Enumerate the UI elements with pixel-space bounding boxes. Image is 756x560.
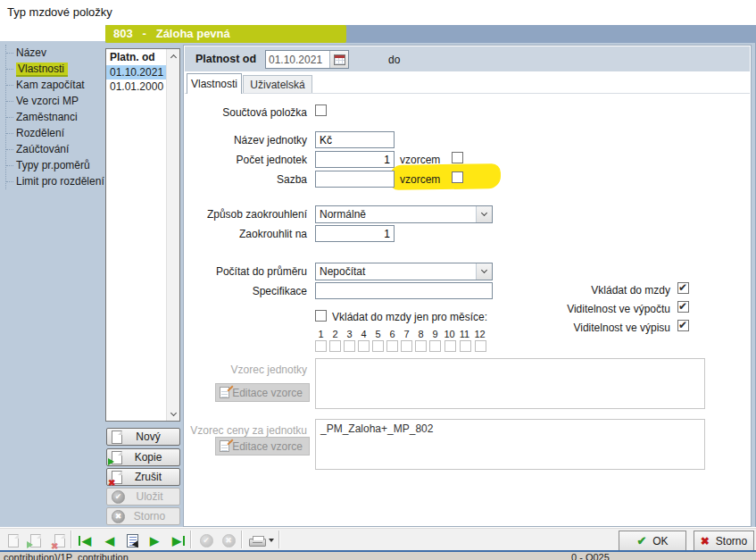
dropdown-button[interactable] bbox=[476, 263, 492, 280]
scroll-down-button[interactable] bbox=[167, 407, 179, 421]
editace-vzorce-ceny-button[interactable]: Editace vzorce bbox=[215, 437, 310, 456]
tab-vlastnosti[interactable]: Vlastnosti bbox=[187, 73, 242, 94]
button-label: OK bbox=[652, 535, 668, 547]
sidebar-item-label: Vlastnosti bbox=[16, 63, 68, 75]
toolbar-copy-button[interactable] bbox=[26, 531, 46, 549]
sidebar-item-typy-pomeru[interactable]: Typy pr.poměrů bbox=[6, 157, 104, 173]
delete-record-button[interactable]: Zrušit bbox=[106, 468, 180, 486]
new-page-icon bbox=[112, 430, 122, 444]
sidebar-item-kam-zapocitat[interactable]: Kam započítat bbox=[6, 77, 104, 93]
tab-uzivatelska[interactable]: Uživatelská bbox=[243, 75, 312, 94]
chevron-down-icon bbox=[170, 409, 176, 415]
specifikace-input[interactable] bbox=[315, 282, 493, 299]
zpusob-zaokrouhleni-select[interactable]: Normálně bbox=[315, 205, 493, 223]
browse-records-button[interactable] bbox=[122, 531, 142, 549]
sidebar-item-rozdeleni[interactable]: Rozdělení bbox=[6, 125, 104, 141]
sidebar-item-label: Zaměstnanci bbox=[16, 111, 78, 123]
print-menu-button[interactable] bbox=[266, 531, 277, 549]
wage-item-type-window: Typ mzdové položky 803 - Záloha pevná Ná… bbox=[0, 0, 756, 560]
month-checkbox-6[interactable] bbox=[386, 340, 398, 352]
copy-record-button[interactable]: Kopie bbox=[106, 448, 180, 466]
toolbar-delete-button[interactable] bbox=[50, 531, 70, 549]
month-checkbox-9[interactable] bbox=[429, 340, 441, 352]
validity-from-input[interactable] bbox=[266, 51, 329, 68]
month-checkbox-1[interactable] bbox=[315, 340, 327, 352]
first-record-button[interactable] bbox=[77, 531, 96, 549]
new-page-icon bbox=[8, 534, 19, 547]
sazba-vzorcem-checkbox[interactable] bbox=[452, 171, 463, 183]
dropdown-button[interactable] bbox=[476, 206, 492, 222]
sidebar-item-ve-vzorci-mp[interactable]: Ve vzorci MP bbox=[6, 93, 104, 109]
month-checkbox-5[interactable] bbox=[372, 340, 384, 352]
tab-divider-cover bbox=[187, 93, 241, 94]
history-scrollbar[interactable] bbox=[166, 49, 179, 421]
viditelnost-vypisu-checkbox[interactable] bbox=[677, 320, 689, 331]
chevron-down-icon bbox=[481, 267, 487, 273]
selected-value: Normálně bbox=[316, 206, 476, 222]
sidebar-item-zauctovani[interactable]: Zaúčtování bbox=[6, 141, 104, 157]
toolbar-confirm-button[interactable] bbox=[196, 531, 216, 549]
green-check-icon bbox=[636, 534, 646, 547]
save-circle-check-icon bbox=[112, 490, 125, 504]
souctova-label: Součtová položka bbox=[222, 106, 307, 119]
scroll-up-button[interactable] bbox=[167, 49, 179, 63]
vzorec-ceny-textarea[interactable]: _PM_Zaloha+_MP_802 bbox=[315, 419, 705, 470]
sidebar-item-nazev[interactable]: Název bbox=[6, 45, 104, 61]
viditelnost-vypoctu-checkbox[interactable] bbox=[677, 301, 689, 313]
specifikace-label: Specifikace bbox=[253, 285, 307, 297]
cancel-circle-icon bbox=[222, 534, 236, 547]
calendar-button[interactable] bbox=[329, 51, 348, 68]
month-checkbox-8[interactable] bbox=[415, 340, 427, 352]
cancel-record-button[interactable]: Storno bbox=[106, 507, 180, 525]
month-checkbox-7[interactable] bbox=[401, 340, 412, 352]
vzorec-ceny-label: Vzorec ceny za jednotku bbox=[190, 424, 307, 437]
month-number: 9 bbox=[428, 329, 442, 339]
zaokrouhlit-na-input[interactable] bbox=[315, 225, 395, 242]
month-number: 2 bbox=[328, 329, 342, 339]
souctova-checkbox[interactable] bbox=[315, 104, 327, 116]
mesice-label: Vkládat do mzdy jen pro měsíce: bbox=[332, 311, 487, 323]
status-text-right: 0 - O025 bbox=[571, 552, 610, 560]
pocitat-do-prumeru-select[interactable]: Nepočítat bbox=[315, 263, 493, 280]
save-record-button[interactable]: Uložit bbox=[106, 488, 180, 506]
sidebar-nav: Název Vlastnosti Kam započítat Ve vzorci… bbox=[5, 45, 104, 189]
sazba-input[interactable] bbox=[315, 171, 395, 188]
ok-button[interactable]: OK bbox=[619, 531, 686, 551]
month-checkbox-2[interactable] bbox=[329, 340, 341, 352]
pocet-jednotek-input[interactable] bbox=[315, 151, 395, 168]
edit-formula-icon bbox=[220, 387, 229, 398]
zpusob-zaokrouhleni-label: Způsob zaokrouhlení bbox=[207, 208, 307, 221]
delete-page-icon bbox=[112, 471, 122, 484]
tree-connector bbox=[6, 69, 13, 70]
last-record-button[interactable] bbox=[167, 531, 187, 549]
month-checkbox-4[interactable] bbox=[358, 340, 370, 352]
sidebar-item-label: Název bbox=[16, 46, 46, 59]
new-record-button[interactable]: Nový bbox=[106, 428, 180, 446]
month-checkbox-11[interactable] bbox=[460, 340, 471, 352]
previous-record-button[interactable] bbox=[100, 531, 120, 549]
window-title: Typ mzdové položky bbox=[7, 5, 112, 19]
storno-button[interactable]: Storno bbox=[694, 531, 754, 551]
sidebar-item-limit-rozdeleni[interactable]: Limit pro rozdělení bbox=[6, 173, 104, 189]
calendar-icon bbox=[334, 54, 345, 65]
sazba-label: Sazba bbox=[277, 173, 307, 186]
sidebar-item-zamestnanci[interactable]: Zaměstnanci bbox=[6, 109, 104, 125]
toolbar-new-button[interactable] bbox=[4, 531, 23, 549]
editace-vzorce-jednotky-button[interactable]: Editace vzorce bbox=[215, 383, 310, 402]
tree-connector bbox=[6, 117, 13, 118]
month-checkbox-10[interactable] bbox=[444, 340, 456, 352]
nazev-jednotky-input[interactable] bbox=[315, 131, 395, 148]
pocet-vzorcem-checkbox[interactable] bbox=[452, 152, 463, 163]
vkladat-do-mzdy-checkbox[interactable] bbox=[677, 282, 689, 294]
mesice-checkbox[interactable] bbox=[315, 310, 327, 322]
print-button[interactable] bbox=[246, 531, 268, 549]
month-number: 10 bbox=[443, 329, 456, 339]
vzorec-jednotky-textarea[interactable] bbox=[315, 358, 705, 409]
tree-connector bbox=[6, 133, 13, 134]
month-checkbox-12[interactable] bbox=[475, 340, 486, 352]
copy-page-icon bbox=[112, 451, 122, 464]
toolbar-cancel-button[interactable] bbox=[219, 531, 238, 549]
next-record-button[interactable] bbox=[145, 531, 164, 549]
sidebar-item-vlastnosti[interactable]: Vlastnosti bbox=[6, 61, 104, 77]
month-checkbox-3[interactable] bbox=[344, 340, 355, 352]
